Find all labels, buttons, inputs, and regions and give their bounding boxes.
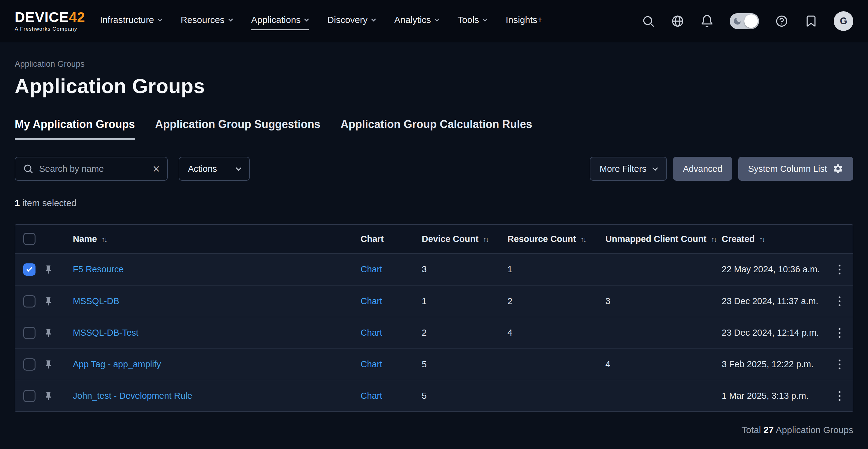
column-header-created[interactable]: Created↑↓ xyxy=(722,234,829,244)
row-checkbox[interactable] xyxy=(23,358,35,370)
chevron-down-icon xyxy=(371,17,376,22)
group-name-link[interactable]: F5 Resource xyxy=(73,264,124,274)
kebab-menu-icon[interactable] xyxy=(837,295,842,308)
nav-label: Infrastructure xyxy=(100,15,154,25)
chart-link[interactable]: Chart xyxy=(361,391,382,400)
total-count: 27 xyxy=(763,425,773,435)
bell-icon[interactable] xyxy=(700,14,714,28)
pin-icon[interactable] xyxy=(43,360,53,369)
breadcrumb[interactable]: Application Groups xyxy=(15,59,853,69)
nav-item-tools[interactable]: Tools xyxy=(457,12,487,30)
tab-bar: My Application Groups Application Group … xyxy=(15,118,853,140)
actions-label: Actions xyxy=(188,164,217,174)
tab-application-group-suggestions[interactable]: Application Group Suggestions xyxy=(155,118,320,140)
theme-toggle[interactable] xyxy=(730,13,759,29)
column-header-chart: Chart xyxy=(361,234,422,244)
created-value: 22 May 2024, 10:36 a.m. xyxy=(722,264,829,274)
chart-link[interactable]: Chart xyxy=(361,296,382,306)
kebab-menu-icon[interactable] xyxy=(837,263,842,276)
resource-count-value: 1 xyxy=(507,264,606,274)
row-checkbox[interactable] xyxy=(23,327,35,339)
kebab-menu-icon[interactable] xyxy=(837,389,842,403)
nav-item-resources[interactable]: Resources xyxy=(180,12,232,30)
logo-text-main: DEVICE xyxy=(15,9,69,25)
more-filters-button[interactable]: More Filters xyxy=(590,157,667,181)
nav-item-discovery[interactable]: Discovery xyxy=(327,12,376,30)
nav-label: Applications xyxy=(251,15,301,25)
device-count-value: 5 xyxy=(422,359,507,369)
table-row: MSSQL-DB Chart 1 2 3 23 Dec 2024, 11:37 … xyxy=(15,285,853,317)
select-all-checkbox[interactable] xyxy=(23,233,35,245)
kebab-menu-icon[interactable] xyxy=(837,358,842,371)
chart-link[interactable]: Chart xyxy=(361,264,382,274)
group-name-link[interactable]: App Tag - app_amplify xyxy=(73,359,161,369)
nav-item-analytics[interactable]: Analytics xyxy=(394,12,439,30)
column-header-device-count[interactable]: Device Count↑↓ xyxy=(422,234,507,244)
total-suffix: Application Groups xyxy=(774,425,853,435)
actions-dropdown[interactable]: Actions xyxy=(179,157,250,181)
gear-icon xyxy=(833,163,843,174)
chevron-down-icon xyxy=(304,17,309,22)
table-row: John_test - Development Rule Chart 5 1 M… xyxy=(15,380,853,411)
nav-item-insights[interactable]: Insights+ xyxy=(505,12,543,30)
nav-label: Tools xyxy=(458,15,479,25)
bookmark-icon[interactable] xyxy=(804,14,818,28)
unmapped-client-count-value: 3 xyxy=(606,296,722,306)
main-nav: Infrastructure Resources Applications Di… xyxy=(99,12,543,30)
sort-icon: ↑↓ xyxy=(483,235,488,243)
pin-icon[interactable] xyxy=(43,297,53,306)
tab-application-group-calculation-rules[interactable]: Application Group Calculation Rules xyxy=(341,118,532,140)
sort-icon: ↑↓ xyxy=(101,235,106,243)
row-checkbox[interactable] xyxy=(23,390,35,402)
sort-icon: ↑↓ xyxy=(580,235,586,243)
globe-icon[interactable] xyxy=(671,14,684,28)
column-header-resource-count[interactable]: Resource Count↑↓ xyxy=(507,234,606,244)
table-row: F5 Resource Chart 3 1 22 May 2024, 10:36… xyxy=(15,253,853,285)
unmapped-client-count-value: 4 xyxy=(606,359,722,369)
row-checkbox[interactable] xyxy=(23,263,35,276)
group-name-link[interactable]: MSSQL-DB-Test xyxy=(73,328,138,337)
resource-count-value: 4 xyxy=(507,328,606,338)
table-footer-total: Total 27 Application Groups xyxy=(15,425,853,435)
chevron-down-icon xyxy=(158,17,162,22)
pin-icon[interactable] xyxy=(43,391,53,401)
search-icon[interactable] xyxy=(642,14,655,28)
chevron-down-icon xyxy=(652,165,658,171)
advanced-button[interactable]: Advanced xyxy=(673,157,732,181)
search-icon xyxy=(23,163,34,174)
navbar-actions: G xyxy=(642,11,853,31)
clear-search-icon[interactable]: × xyxy=(153,162,160,175)
chevron-down-icon xyxy=(228,17,233,22)
total-prefix: Total xyxy=(742,425,764,435)
logo-wordmark: DEVICE42 xyxy=(15,10,85,24)
pin-icon[interactable] xyxy=(43,328,53,338)
avatar[interactable]: G xyxy=(834,11,853,31)
moon-icon xyxy=(733,17,742,26)
kebab-menu-icon[interactable] xyxy=(837,326,842,340)
column-header-name[interactable]: Name↑↓ xyxy=(67,234,361,244)
toolbar-right: More Filters Advanced System Column List xyxy=(590,157,853,181)
selection-status: 1 item selected xyxy=(15,198,853,208)
row-checkbox[interactable] xyxy=(23,295,35,307)
page-title: Application Groups xyxy=(15,74,853,98)
nav-item-applications[interactable]: Applications xyxy=(251,12,309,30)
group-name-link[interactable]: MSSQL-DB xyxy=(73,296,119,306)
search-box: × xyxy=(15,157,168,181)
chart-link[interactable]: Chart xyxy=(361,328,382,337)
column-header-unmapped-client-count[interactable]: Unmapped Client Count↑↓ xyxy=(606,234,722,244)
sort-icon: ↑↓ xyxy=(711,235,716,243)
device42-logo[interactable]: DEVICE42 A Freshworks Company xyxy=(15,10,85,32)
search-input[interactable] xyxy=(39,164,147,174)
device-count-value: 2 xyxy=(422,328,507,338)
help-icon[interactable] xyxy=(775,14,788,28)
application-groups-table: Name↑↓ Chart Device Count↑↓ Resource Cou… xyxy=(15,224,853,412)
top-navbar: DEVICE42 A Freshworks Company Infrastruc… xyxy=(0,0,868,42)
group-name-link[interactable]: John_test - Development Rule xyxy=(73,391,192,400)
pin-icon[interactable] xyxy=(43,265,53,274)
chart-link[interactable]: Chart xyxy=(361,359,382,369)
logo-text-accent: 42 xyxy=(69,9,85,25)
nav-item-infrastructure[interactable]: Infrastructure xyxy=(99,12,162,30)
sort-icon: ↑↓ xyxy=(759,235,764,243)
system-column-list-button[interactable]: System Column List xyxy=(738,157,853,181)
tab-my-application-groups[interactable]: My Application Groups xyxy=(15,118,135,140)
